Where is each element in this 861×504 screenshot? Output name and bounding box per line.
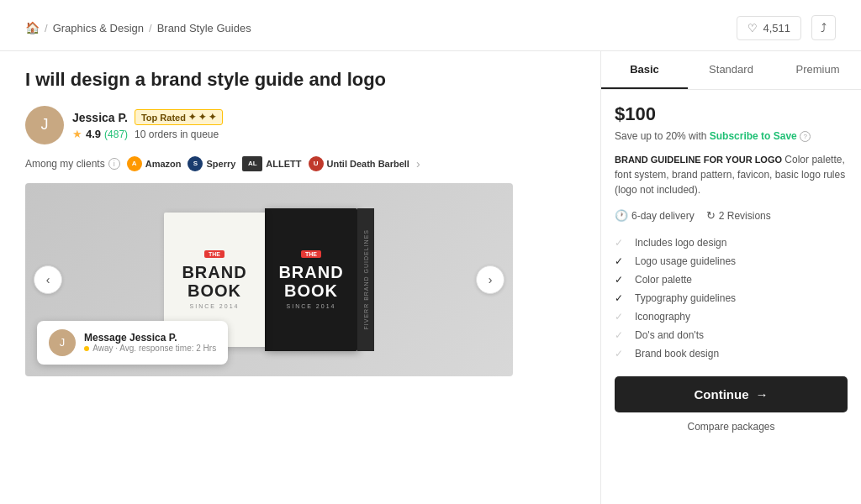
feature-brand-book: ✓ Brand book design bbox=[615, 344, 848, 363]
carousel-prev-button[interactable]: ‹ bbox=[34, 265, 62, 294]
feature-iconography: ✓ Iconography bbox=[615, 307, 848, 326]
client-amazon: A Amazon bbox=[127, 156, 182, 171]
message-popup: J Message Jessica P. Away · Avg. respons… bbox=[37, 321, 228, 365]
star-icon: ★ bbox=[72, 128, 82, 140]
top-rated-badge: Top Rated ✦ ✦ ✦ bbox=[135, 109, 223, 125]
package-content: $100 Save up to 20% with Subscribe to Sa… bbox=[601, 90, 861, 446]
book-left-sub: SINCE 2014 bbox=[190, 303, 240, 309]
clock-icon: 🕐 bbox=[615, 209, 628, 222]
client-allett-name: ALLETT bbox=[266, 159, 301, 169]
stars-row: ★ 4.9 (487) 10 orders in queue bbox=[72, 128, 223, 140]
feature-brand-book-label: Brand book design bbox=[635, 348, 719, 360]
check-logo-guidelines: ✓ bbox=[615, 255, 628, 267]
feature-dos-donts: ✓ Do's and don'ts bbox=[615, 326, 848, 344]
message-content: Message Jessica P. Away · Avg. response … bbox=[84, 332, 216, 353]
feature-typography-label: Typography guidelines bbox=[635, 292, 736, 304]
features-list: ✓ Includes logo design ✓ Logo usage guid… bbox=[615, 234, 848, 363]
left-panel: I will design a brand style guide and lo… bbox=[0, 51, 600, 504]
feature-color-palette-label: Color palette bbox=[635, 274, 692, 286]
feature-logo-design-label: Includes logo design bbox=[635, 237, 726, 249]
client-amazon-name: Amazon bbox=[145, 159, 182, 169]
client-allett-dot: AL bbox=[242, 156, 262, 171]
book-left-title: BRANDBOOK bbox=[182, 263, 246, 300]
seller-name-row: Jessica P. Top Rated ✦ ✦ ✦ bbox=[72, 109, 223, 125]
seller-info: J Jessica P. Top Rated ✦ ✦ ✦ ★ 4.9 (487)… bbox=[25, 106, 575, 144]
client-barbell-name: Until Death Barbell bbox=[327, 159, 409, 169]
delivery-meta: 🕐 6-day delivery bbox=[615, 209, 695, 222]
carousel-next-button[interactable]: › bbox=[476, 265, 504, 294]
feature-logo-design: ✓ Includes logo design bbox=[615, 234, 848, 252]
breadcrumb: 🏠 / Graphics & Design / Brand Style Guid… bbox=[25, 21, 251, 34]
client-sperry: S Sperry bbox=[188, 156, 235, 171]
top-bar: 🏠 / Graphics & Design / Brand Style Guid… bbox=[0, 0, 861, 51]
pkg-desc-bold: BRAND GUIDELINE FOR YOUR LOGO bbox=[615, 155, 782, 165]
seller-details: Jessica P. Top Rated ✦ ✦ ✦ ★ 4.9 (487) 1… bbox=[72, 109, 223, 140]
breadcrumb-graphics-design[interactable]: Graphics & Design bbox=[53, 22, 144, 34]
clients-next-button[interactable]: › bbox=[416, 157, 420, 171]
orders-queue: 10 orders in queue bbox=[135, 129, 219, 140]
revisions-meta: ↻ 2 Revisions bbox=[706, 209, 771, 222]
feature-logo-guidelines: ✓ Logo usage guidelines bbox=[615, 252, 848, 270]
gig-image: THE BRANDBOOK SINCE 2014 THE BRANDBOOK S… bbox=[25, 183, 513, 376]
response-time: Avg. response time: 2 Hrs bbox=[119, 344, 216, 353]
check-brand-book: ✓ bbox=[615, 348, 628, 360]
status-dot bbox=[84, 346, 89, 351]
book-badge: THE bbox=[204, 250, 224, 258]
revisions-text: 2 Revisions bbox=[719, 210, 771, 222]
client-barbell: U Until Death Barbell bbox=[309, 156, 409, 171]
review-count: (487) bbox=[104, 129, 128, 140]
feature-color-palette: ✓ Color palette bbox=[615, 270, 848, 289]
check-iconography: ✓ bbox=[615, 311, 628, 323]
clients-row: Among my clients i A Amazon S Sperry AL … bbox=[25, 156, 575, 171]
client-barbell-dot: U bbox=[309, 156, 324, 171]
rating-number: 4.9 bbox=[86, 128, 101, 140]
tab-standard[interactable]: Standard bbox=[688, 51, 774, 89]
package-meta: 🕐 6-day delivery ↻ 2 Revisions bbox=[615, 209, 848, 222]
message-name[interactable]: Message Jessica P. bbox=[84, 332, 216, 344]
compare-packages-link[interactable]: Compare packages bbox=[615, 421, 848, 433]
share-icon: ⤴ bbox=[821, 21, 827, 34]
clients-label: Among my clients i bbox=[25, 158, 120, 170]
breadcrumb-sep1: / bbox=[45, 22, 48, 34]
client-sperry-dot: S bbox=[188, 156, 203, 171]
fav-count: 4,511 bbox=[763, 22, 790, 34]
subscribe-link[interactable]: Subscribe to Save bbox=[710, 130, 797, 142]
away-text: Away bbox=[92, 344, 113, 353]
continue-button[interactable]: Continue → bbox=[615, 376, 848, 412]
client-amazon-dot: A bbox=[127, 156, 142, 171]
check-color-palette: ✓ bbox=[615, 274, 628, 286]
message-status: Away · Avg. response time: 2 Hrs bbox=[84, 344, 216, 353]
book-right-sub: SINCE 2014 bbox=[287, 303, 336, 309]
book-spine: FIVERR BRAND GUIDELINES bbox=[357, 208, 374, 351]
breadcrumb-brand-style[interactable]: Brand Style Guides bbox=[157, 22, 251, 34]
client-allett: AL ALLETT bbox=[242, 156, 301, 171]
message-avatar: J bbox=[49, 329, 76, 356]
home-icon[interactable]: 🏠 bbox=[25, 21, 40, 34]
gig-title: I will design a brand style guide and lo… bbox=[25, 68, 575, 92]
avatar: J bbox=[25, 106, 64, 144]
clients-info-icon[interactable]: i bbox=[108, 158, 120, 170]
share-button[interactable]: ⤴ bbox=[811, 15, 836, 40]
top-rated-label: Top Rated bbox=[141, 113, 186, 123]
feature-dos-donts-label: Do's and don'ts bbox=[635, 329, 704, 341]
book-right-title: BRANDBOOK bbox=[278, 263, 343, 300]
check-logo-design: ✓ bbox=[615, 237, 628, 249]
tab-premium[interactable]: Premium bbox=[774, 51, 861, 89]
save-text: Save up to 20% with bbox=[615, 130, 706, 142]
tab-basic[interactable]: Basic bbox=[601, 51, 688, 89]
favorite-button[interactable]: ♡ 4,511 bbox=[737, 16, 801, 40]
spine-text: FIVERR BRAND GUIDELINES bbox=[363, 229, 369, 329]
main-layout: I will design a brand style guide and lo… bbox=[0, 51, 861, 504]
refresh-icon: ↻ bbox=[706, 209, 716, 222]
avatar-letter: J bbox=[41, 116, 49, 134]
right-panel: Basic Standard Premium $100 Save up to 2… bbox=[600, 51, 861, 504]
clients-text: Among my clients bbox=[25, 158, 105, 170]
book-right: THE BRANDBOOK SINCE 2014 bbox=[265, 208, 357, 351]
subscribe-help-icon[interactable]: ? bbox=[800, 131, 811, 142]
feature-iconography-label: Iconography bbox=[635, 311, 690, 323]
top-bar-actions: ♡ 4,511 ⤴ bbox=[737, 15, 836, 40]
feature-typography: ✓ Typography guidelines bbox=[615, 289, 848, 307]
feature-logo-guidelines-label: Logo usage guidelines bbox=[635, 255, 736, 267]
package-tabs: Basic Standard Premium bbox=[601, 51, 861, 90]
seller-name[interactable]: Jessica P. bbox=[72, 111, 128, 124]
